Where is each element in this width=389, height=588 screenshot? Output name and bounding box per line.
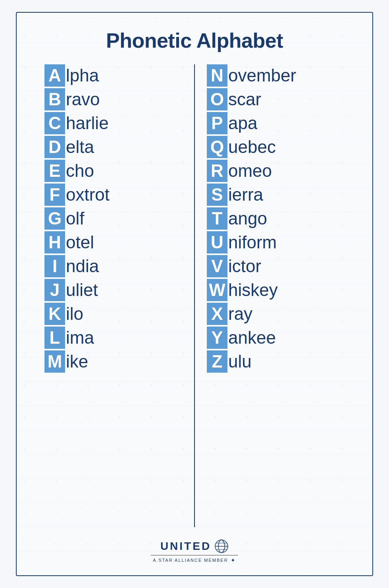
list-item: Lima — [44, 327, 182, 349]
word-rest: olf — [66, 209, 84, 229]
list-item: India — [44, 255, 182, 277]
list-item: Uniform — [207, 231, 345, 253]
letter-box: E — [44, 160, 65, 182]
globe-icon — [214, 539, 229, 553]
list-item: Papa — [207, 112, 345, 134]
list-item: Sierra — [207, 184, 345, 206]
right-column: NovemberOscarPapaQuebecRomeoSierraTangoU… — [199, 64, 352, 527]
word-rest: oxtrot — [66, 185, 110, 205]
list-item: Whiskey — [207, 279, 345, 301]
word-rest: elta — [66, 137, 94, 157]
alphabet-grid: AlphaBravoCharlieDeltaEchoFoxtrotGolfHot… — [37, 64, 352, 527]
letter-box: Y — [207, 327, 227, 349]
list-item: Charlie — [44, 112, 182, 134]
list-item: Quebec — [207, 136, 345, 158]
list-item: Delta — [44, 136, 182, 158]
word-rest: otel — [66, 232, 94, 253]
list-item: Bravo — [44, 88, 182, 110]
footer-divider — [151, 555, 238, 555]
letter-box: F — [44, 184, 65, 206]
letter-box: O — [207, 88, 227, 110]
list-item: Mike — [44, 350, 182, 373]
word-rest: lpha — [66, 66, 99, 86]
letter-box: X — [207, 303, 227, 325]
list-item: Foxtrot — [44, 184, 182, 206]
word-rest: ike — [66, 352, 88, 372]
list-item: Hotel — [44, 231, 182, 253]
letter-box: Z — [207, 350, 227, 373]
word-rest: ndia — [66, 256, 99, 277]
list-item: Alpha — [44, 64, 182, 87]
letter-box: W — [207, 279, 227, 301]
tagline-text: A STAR ALLIANCE MEMBER — [153, 558, 228, 563]
word-rest: omeo — [228, 161, 272, 181]
list-item: Echo — [44, 160, 182, 182]
list-item: Zulu — [207, 350, 345, 373]
brand-name: UNITED — [160, 540, 211, 553]
letter-box: G — [44, 207, 65, 230]
word-rest: cho — [66, 161, 94, 181]
word-rest: niform — [228, 232, 277, 253]
letter-box: P — [207, 112, 227, 134]
footer: UNITED A STAR ALLIANCE MEMBER ✦ — [37, 539, 352, 563]
letter-box: V — [207, 255, 227, 277]
letter-box: S — [207, 184, 227, 206]
letter-box: M — [44, 350, 65, 373]
letter-box: I — [44, 255, 65, 277]
united-logo: UNITED — [160, 539, 229, 553]
word-rest: ulu — [228, 352, 252, 372]
letter-box: J — [44, 279, 65, 301]
list-item: Tango — [207, 207, 345, 230]
letter-box: R — [207, 160, 227, 182]
list-item: Juliet — [44, 279, 182, 301]
list-item: Romeo — [207, 160, 345, 182]
word-rest: hiskey — [228, 280, 278, 300]
letter-box: N — [207, 64, 227, 87]
letter-box: U — [207, 231, 227, 253]
word-rest: scar — [228, 89, 261, 110]
word-rest: ilo — [66, 304, 83, 324]
list-item: Victor — [207, 255, 345, 277]
word-rest: ray — [228, 304, 252, 324]
list-item: Xray — [207, 303, 345, 325]
word-rest: ima — [66, 328, 94, 348]
list-item: Yankee — [207, 327, 345, 349]
letter-box: T — [207, 207, 227, 230]
letter-box: D — [44, 136, 65, 158]
list-item: November — [207, 64, 345, 87]
word-rest: ankee — [228, 328, 276, 348]
word-rest: ierra — [228, 185, 263, 205]
left-column: AlphaBravoCharlieDeltaEchoFoxtrotGolfHot… — [37, 64, 190, 527]
letter-box: L — [44, 327, 65, 349]
star-alliance-icon: ✦ — [231, 557, 236, 563]
word-rest: ovember — [228, 66, 296, 86]
letter-box: C — [44, 112, 65, 134]
page-container: › › Phonetic Alphabet AlphaBravoCharlieD… — [16, 12, 373, 576]
list-item: Kilo — [44, 303, 182, 325]
letter-box: K — [44, 303, 65, 325]
word-rest: ictor — [228, 256, 261, 277]
letter-box: Q — [207, 136, 227, 158]
page-title: Phonetic Alphabet — [106, 29, 283, 52]
list-item: Oscar — [207, 88, 345, 110]
letter-box: A — [44, 64, 65, 87]
star-alliance-label: A STAR ALLIANCE MEMBER ✦ — [153, 557, 236, 563]
word-rest: ango — [228, 209, 267, 229]
word-rest: harlie — [66, 113, 109, 133]
list-item: Golf — [44, 207, 182, 230]
column-divider — [194, 64, 195, 527]
word-rest: apa — [228, 113, 257, 133]
word-rest: ravo — [66, 89, 100, 110]
letter-box: B — [44, 88, 65, 110]
word-rest: uebec — [228, 137, 276, 157]
word-rest: uliet — [66, 280, 98, 300]
letter-box: H — [44, 231, 65, 253]
